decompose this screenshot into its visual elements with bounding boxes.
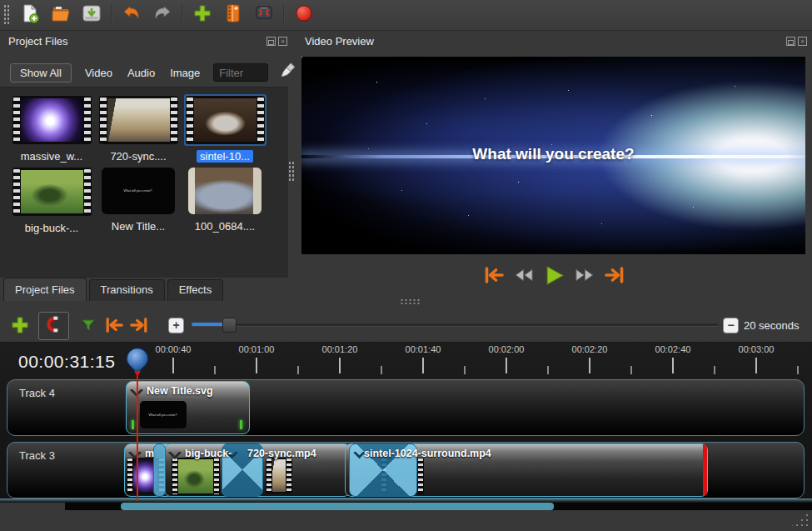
tab-project-files[interactable]: Project Files [3,278,87,301]
video-preview-display: What will you create? [301,57,805,254]
clip-bigbuck[interactable]: big-buck- [164,443,231,497]
tab-transitions[interactable]: Transitions [89,279,165,301]
file-label-selected: sintel-10... [197,150,253,163]
fast-forward-button[interactable] [575,265,595,288]
filter-video-button[interactable]: Video [83,64,114,82]
ruler-mark: 00:02:40 [646,344,700,354]
project-files-title: Project Files [8,35,68,48]
play-button[interactable] [543,264,565,290]
ruler-tick-minor [381,366,382,374]
video-overlay-text: What will you create? [301,145,805,163]
ruler-tick [755,358,757,373]
film-thumbnail [186,96,265,144]
ruler-tick-minor [630,366,632,374]
file-item-sintel[interactable]: sintel-10... [182,94,268,163]
plus-icon [10,323,30,338]
chevron-down-icon[interactable] [168,448,182,463]
clip-label: sintel-1024-surround.mp4 [364,448,491,459]
jump-start-icon [104,323,124,337]
ruler-tick [172,358,174,373]
new-file-icon [20,3,40,27]
jump-end-icon [604,265,625,288]
float-panel-icon[interactable] [786,37,795,46]
float-panel-icon[interactable] [267,37,276,46]
playhead-marker[interactable] [125,347,150,381]
file-label: New Title... [112,220,165,233]
ruler-tick-minor [547,366,549,374]
save-project-button[interactable] [80,3,103,27]
filter-image-button[interactable]: Image [168,64,202,82]
undo-button[interactable] [120,3,143,27]
openshot-window: Project Files × Show All Video Audio Ima… [0,0,812,531]
track-name: Track 4 [19,387,55,399]
magnet-icon [45,315,63,337]
play-icon [543,264,565,290]
close-panel-icon[interactable]: × [278,37,287,46]
file-item-720sync[interactable]: 720-sync.... [95,94,182,163]
ruler-tick [256,358,257,373]
open-project-button[interactable] [49,3,72,27]
file-label: big-buck-... [25,222,78,234]
transition-1[interactable] [153,443,166,497]
next-marker-button[interactable] [129,316,149,338]
ruler-tick [506,358,507,373]
add-media-button[interactable] [191,3,214,27]
file-item-newtitle[interactable]: What will you create? New Title... [95,166,182,233]
jump-to-start-button[interactable] [483,265,505,288]
chevron-down-icon[interactable] [128,448,142,463]
record-icon [294,3,314,27]
snapping-toggle-button[interactable] [38,312,69,340]
filter-show-all-button[interactable]: Show All [10,63,72,83]
clip-trim-handle-right[interactable] [240,420,242,429]
rewind-button[interactable] [514,265,534,288]
open-folder-icon [51,3,71,27]
file-item-1000684[interactable]: 100_0684.... [182,166,268,233]
clip-thumbnail [266,458,292,493]
project-files-filter-bar: Show All Video Audio Image [10,62,298,83]
choose-profile-button[interactable] [222,3,245,27]
clear-filter-broom-icon[interactable] [280,62,298,83]
ruler-mark: 00:02:20 [563,344,616,354]
photo-thumbnail [188,168,262,214]
toolbar-separator [182,4,183,26]
new-project-button[interactable] [18,3,42,27]
zoom-slider-track[interactable] [192,323,718,326]
window-resize-grip[interactable] [790,513,808,528]
file-item-bigbuck[interactable]: big-buck-... [8,166,95,234]
clip-new-title[interactable]: New Title.svg What will you create? [126,381,250,434]
film-thumbnail [12,96,92,144]
track-name: Track 3 [19,449,55,462]
previous-marker-button[interactable] [104,316,124,338]
zoom-in-button[interactable]: + [168,318,184,333]
tab-effects[interactable]: Effects [167,279,224,301]
panel-splitter-vertical[interactable] [288,161,294,183]
stars [301,57,302,58]
panel-splitter-horizontal[interactable] [400,298,421,304]
toolbar-drag-handle[interactable] [3,4,11,26]
file-item-massive[interactable]: massive_w... [8,94,95,163]
filter-input[interactable] [213,63,268,82]
add-marker-button[interactable] [80,317,97,337]
zoom-slider-handle[interactable] [222,318,237,333]
filter-audio-button[interactable]: Audio [126,64,157,82]
clip-label: New Title.svg [147,385,213,397]
video-preview-title: Video Preview [305,35,374,48]
add-track-button[interactable] [10,315,30,338]
track-4: Track 4 New Title.svg What will you crea… [7,379,805,436]
horizontal-scrollbar-thumb[interactable] [121,503,554,510]
jump-to-end-button[interactable] [604,265,625,288]
save-icon [82,3,102,27]
redo-icon [152,3,172,27]
record-button[interactable] [292,3,316,27]
zoom-scale-label: 20 seconds [744,319,800,332]
close-panel-icon[interactable]: × [798,37,807,46]
export-screen-icon [254,3,274,27]
clip-trim-handle-left[interactable] [132,420,134,429]
ruler-mark: 00:01:00 [230,344,283,354]
redo-button[interactable] [151,3,174,27]
zoom-out-button[interactable]: − [723,318,739,333]
project-files-grid: massive_w... 720-sync.... sintel-10... b… [0,87,288,278]
export-video-button[interactable] [252,3,276,27]
ruler-tick [589,358,590,373]
ruler-tick [672,358,674,373]
